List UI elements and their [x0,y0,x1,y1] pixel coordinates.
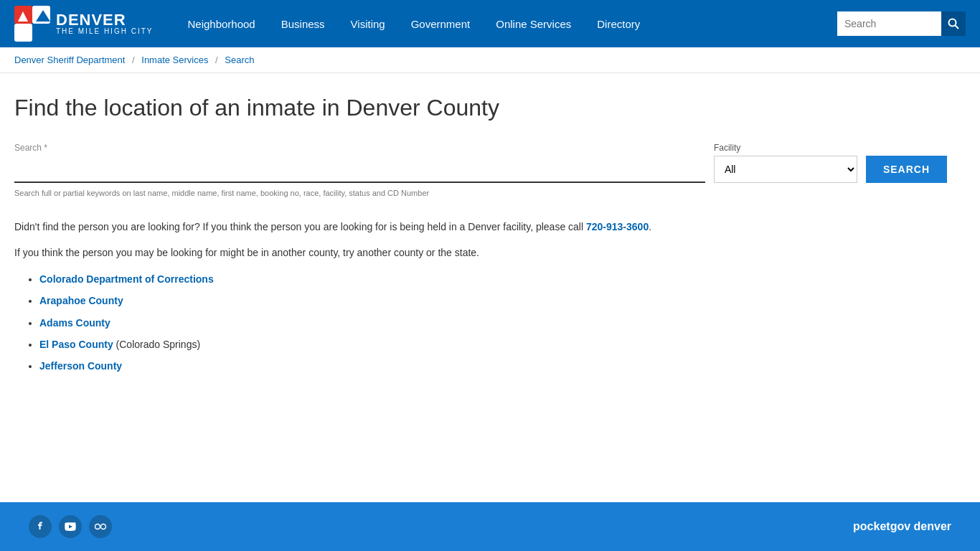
logo-subtitle-text: THE MILE HIGH CITY [56,28,153,35]
list-item: El Paso County (Colorado Springs) [39,336,947,352]
info-text-1-after: . [649,221,651,232]
nav-search-area [837,11,966,36]
breadcrumb: Denver Sheriff Department / Inmate Servi… [0,47,980,73]
info-text-1-before: Didn't find the person you are looking f… [14,221,586,232]
county-suffix-3: (Colorado Springs) [113,339,200,350]
info-text-1: Didn't find the person you are looking f… [14,219,947,235]
search-field-wrap: Search * [14,143,705,183]
svg-rect-3 [14,24,32,42]
search-label: Search * [14,143,705,153]
county-link-adams[interactable]: Adams County [39,317,110,329]
county-link-jefferson[interactable]: Jefferson County [39,360,122,372]
breadcrumb-sep-1: / [132,55,135,65]
list-item: Jefferson County [39,358,947,374]
info-section: Didn't find the person you are looking f… [14,219,947,375]
phone-link[interactable]: 720-913-3600 [586,221,649,232]
search-hint: Search full or partial keywords on last … [14,189,947,197]
county-list: Colorado Department of Corrections Arapa… [14,271,947,375]
facility-select[interactable]: All Denver County Jail Denver Detention … [714,156,857,183]
main-content: Find the location of an inmate in Denver… [0,73,961,409]
county-link-arapahoe[interactable]: Arapahoe County [39,295,123,306]
breadcrumb-link-inmate[interactable]: Inmate Services [141,55,208,65]
nav-link-government[interactable]: Government [398,0,484,47]
list-item: Adams County [39,315,947,331]
search-form: Search * Facility All Denver County Jail… [14,143,947,183]
search-input[interactable] [14,156,705,183]
nav-bar: DENVER THE MILE HIGH CITY Neighborhood B… [0,0,980,47]
county-link-elpaso[interactable]: El Paso County [39,339,113,350]
breadcrumb-link-search[interactable]: Search [225,55,254,65]
facility-label: Facility [714,143,857,153]
svg-point-7 [949,19,956,27]
svg-line-8 [956,26,959,29]
nav-search-input[interactable] [837,11,941,36]
nav-link-online-services[interactable]: Online Services [483,0,584,47]
breadcrumb-link-sheriff[interactable]: Denver Sheriff Department [14,55,125,65]
nav-search-button[interactable] [941,11,966,36]
nav-logo[interactable]: DENVER THE MILE HIGH CITY [14,6,153,42]
nav-link-visiting[interactable]: Visiting [338,0,398,47]
nav-link-business[interactable]: Business [268,0,338,47]
search-icon [948,18,959,29]
facility-wrap: Facility All Denver County Jail Denver D… [714,143,857,183]
page-title: Find the location of an inmate in Denver… [14,95,947,121]
nav-link-neighborhood[interactable]: Neighborhood [174,0,268,47]
nav-links: Neighborhood Business Visiting Governmen… [174,0,837,47]
info-text-2: If you think the person you may be looki… [14,245,947,260]
nav-link-directory[interactable]: Directory [584,0,653,47]
list-item: Colorado Department of Corrections [39,271,947,287]
breadcrumb-sep-2: / [215,55,218,65]
county-link-colorado[interactable]: Colorado Department of Corrections [39,273,214,285]
logo-denver-text: DENVER [56,12,153,28]
search-button[interactable]: SEARCH [866,156,947,183]
list-item: Arapahoe County [39,293,947,309]
svg-rect-4 [32,24,50,42]
